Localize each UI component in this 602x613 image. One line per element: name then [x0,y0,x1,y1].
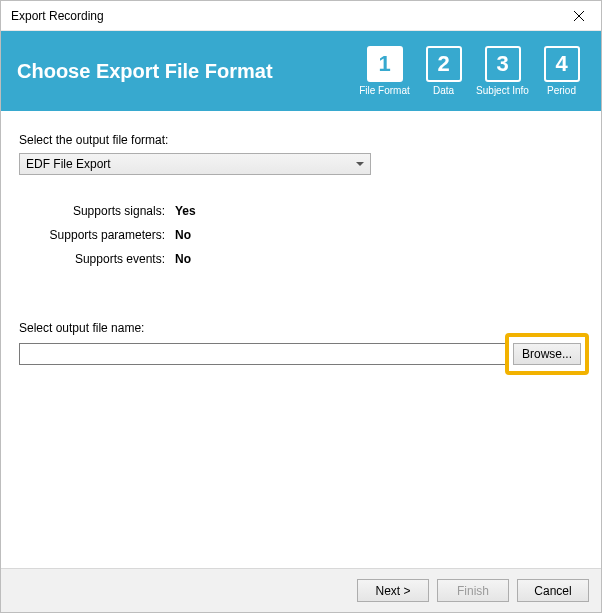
output-file-prompt: Select output file name: [19,321,583,335]
step-number: 1 [367,46,403,82]
step-label: Data [433,85,454,96]
page-title: Choose Export File Format [17,60,357,83]
prop-label: Supports events: [25,252,175,266]
prop-value: No [175,252,191,266]
finish-button: Finish [437,579,509,602]
file-format-combo[interactable]: EDF File Export [19,153,371,175]
wizard-steps: 1 File Format 2 Data 3 Subject Info 4 Pe… [357,46,589,96]
output-file-input[interactable] [19,343,509,365]
step-label: Subject Info [476,85,529,96]
wizard-header: Choose Export File Format 1 File Format … [1,31,601,111]
cancel-button[interactable]: Cancel [517,579,589,602]
prop-value: Yes [175,204,196,218]
step-number: 2 [426,46,462,82]
browse-button[interactable]: Browse... [513,343,581,365]
wizard-footer: Next > Finish Cancel [1,568,601,612]
file-format-selected: EDF File Export [26,157,111,171]
step-subject-info[interactable]: 3 Subject Info [475,46,530,96]
format-properties: Supports signals: Yes Supports parameter… [25,199,583,271]
step-file-format[interactable]: 1 File Format [357,46,412,96]
step-label: Period [547,85,576,96]
prop-label: Supports signals: [25,204,175,218]
output-file-section: Select output file name: Browse... [19,321,583,367]
step-label: File Format [359,85,410,96]
export-recording-dialog: Export Recording Choose Export File Form… [0,0,602,613]
prop-value: No [175,228,191,242]
step-number: 3 [485,46,521,82]
close-icon [574,11,584,21]
close-button[interactable] [557,1,601,31]
chevron-down-icon [356,162,364,166]
step-data[interactable]: 2 Data [416,46,471,96]
wizard-content: Select the output file format: EDF File … [1,111,601,568]
titlebar: Export Recording [1,1,601,31]
prop-label: Supports parameters: [25,228,175,242]
step-period[interactable]: 4 Period [534,46,589,96]
output-file-row: Browse... [19,341,583,367]
browse-wrap: Browse... [511,341,583,367]
prop-parameters: Supports parameters: No [25,223,583,247]
prop-events: Supports events: No [25,247,583,271]
next-button[interactable]: Next > [357,579,429,602]
prop-signals: Supports signals: Yes [25,199,583,223]
step-number: 4 [544,46,580,82]
window-title: Export Recording [11,9,557,23]
format-prompt: Select the output file format: [19,133,583,147]
